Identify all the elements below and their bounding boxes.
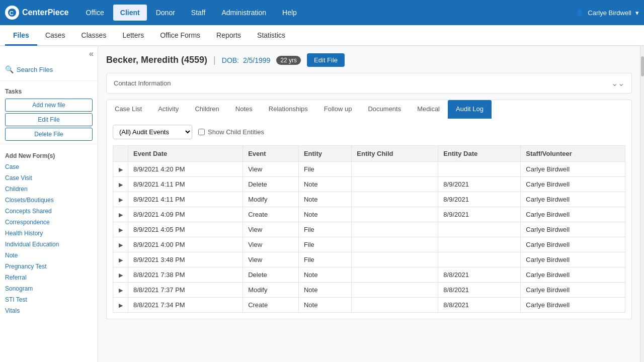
tab-activity[interactable]: Activity (150, 100, 187, 119)
cell-event: Delete (243, 267, 299, 283)
form-link-referral[interactable]: Referral (0, 272, 98, 283)
cell-event: Create (243, 207, 299, 222)
contact-info-label: Contact Information (114, 79, 171, 87)
age-badge: 22 yrs (276, 56, 301, 65)
cell-event: View (243, 162, 299, 177)
row-expand-arrow[interactable]: ▶ (113, 177, 128, 192)
edit-file-header-button[interactable]: Edit File (307, 53, 345, 67)
scrollbar-thumb[interactable] (641, 56, 644, 76)
cell-entity-child (352, 177, 438, 192)
subnav-office-forms[interactable]: Office Forms (152, 26, 208, 46)
form-link-children[interactable]: Children (0, 184, 98, 195)
form-link-note[interactable]: Note (0, 250, 98, 261)
subnav-cases[interactable]: Cases (37, 26, 73, 46)
form-link-concepts-shared[interactable]: Concepts Shared (0, 206, 98, 217)
add-new-file-button[interactable]: Add new file (5, 99, 93, 112)
row-expand-arrow[interactable]: ▶ (113, 283, 128, 298)
col-entity-child: Entity Child (352, 146, 438, 162)
tab-medical[interactable]: Medical (409, 100, 448, 119)
audit-section: (All) Audit EventsViewCreateModifyDelete… (106, 119, 632, 319)
nav-help[interactable]: Help (275, 5, 304, 21)
table-row: ▶ 8/9/2021 4:00 PM View File Carlye Bird… (113, 237, 625, 252)
cell-event-date: 8/8/2021 7:38 PM (128, 267, 243, 283)
subnav-letters[interactable]: Letters (114, 26, 152, 46)
table-header-row: Event Date Event Entity Entity Child Ent… (113, 146, 625, 162)
form-link-case[interactable]: Case (0, 161, 98, 172)
logo-text: CenterPiece (22, 8, 69, 17)
show-child-label: Show Child Entities (198, 128, 264, 136)
row-expand-arrow[interactable]: ▶ (113, 267, 128, 283)
row-expand-arrow[interactable]: ▶ (113, 252, 128, 267)
cell-staff: Carlye Birdwell (521, 283, 625, 298)
cell-entity-date: 8/9/2021 (438, 207, 521, 222)
nav-donor[interactable]: Donor (149, 5, 182, 21)
nav-administration[interactable]: Administration (214, 5, 273, 21)
row-expand-arrow[interactable]: ▶ (113, 162, 128, 177)
cell-entity-child (352, 298, 438, 313)
cell-entity-date: 8/8/2021 (438, 298, 521, 313)
nav-office[interactable]: Office (79, 5, 111, 21)
contact-info-toggle[interactable]: ⌄⌄ (611, 78, 624, 88)
cell-event-date: 8/9/2021 4:11 PM (128, 192, 243, 207)
tab-case-list[interactable]: Case List (107, 100, 150, 119)
form-link-health-history[interactable]: Health History (0, 228, 98, 239)
cell-event-date: 8/9/2021 4:09 PM (128, 207, 243, 222)
user-name: Carlye Birdwell (588, 9, 631, 17)
row-expand-arrow[interactable]: ▶ (113, 298, 128, 313)
subnav-classes[interactable]: Classes (73, 26, 115, 46)
edit-file-button[interactable]: Edit File (5, 113, 93, 126)
show-child-checkbox[interactable] (198, 129, 205, 135)
subnav-files[interactable]: Files (5, 26, 37, 46)
user-dropdown-icon[interactable]: ▾ (635, 9, 639, 17)
form-link-case-visit[interactable]: Case Visit (0, 172, 98, 184)
nav-client[interactable]: Client (113, 5, 147, 21)
tab-documents[interactable]: Documents (360, 100, 409, 119)
form-link-pregnancy-test[interactable]: Pregnancy Test (0, 261, 98, 272)
content-area: Becker, Meredith (4559) | DOB: 2/5/1999 … (98, 46, 640, 362)
audit-table: Event Date Event Entity Entity Child Ent… (113, 145, 625, 313)
cell-event: Create (243, 298, 299, 313)
add-forms-title: Add New Form(s) (0, 147, 98, 161)
search-files-link[interactable]: 🔍 Search Files (0, 61, 98, 77)
main-layout: « 🔍 Search Files Tasks Add new file Edit… (0, 46, 644, 362)
cell-event-date: 8/9/2021 4:00 PM (128, 237, 243, 252)
scrollbar-track[interactable] (640, 46, 644, 362)
row-expand-arrow[interactable]: ▶ (113, 222, 128, 237)
divider-1 (0, 80, 98, 81)
sidebar-collapse-button[interactable]: « (0, 46, 98, 61)
subnav-statistics[interactable]: Statistics (249, 26, 293, 46)
subnav-reports[interactable]: Reports (208, 26, 249, 46)
cell-event: Delete (243, 177, 299, 192)
svg-text:C: C (10, 10, 14, 16)
cell-entity-child (352, 267, 438, 283)
delete-file-button[interactable]: Delete File (5, 128, 93, 141)
tab-audit-log[interactable]: Audit Log (448, 100, 492, 119)
cell-entity: Note (298, 177, 351, 192)
audit-filter-select[interactable]: (All) Audit EventsViewCreateModifyDelete (113, 125, 192, 139)
form-link-sonogram[interactable]: Sonogram (0, 283, 98, 294)
row-expand-arrow[interactable]: ▶ (113, 237, 128, 252)
cell-event: View (243, 237, 299, 252)
audit-controls: (All) Audit EventsViewCreateModifyDelete… (113, 125, 625, 139)
app-logo[interactable]: C CenterPiece (5, 6, 69, 20)
table-row: ▶ 8/9/2021 4:11 PM Delete Note 8/9/2021 … (113, 177, 625, 192)
tab-relationships[interactable]: Relationships (261, 100, 316, 119)
user-icon: 👤 (576, 9, 584, 17)
form-link-individual-education[interactable]: Individual Education (0, 239, 98, 250)
form-link-closets-boutiques[interactable]: Closets/Boutiques (0, 195, 98, 206)
row-expand-arrow[interactable]: ▶ (113, 192, 128, 207)
separator: | (213, 55, 216, 65)
form-link-correspondence[interactable]: Correspondence (0, 217, 98, 228)
cell-event: View (243, 252, 299, 267)
row-expand-arrow[interactable]: ▶ (113, 207, 128, 222)
cell-staff: Carlye Birdwell (521, 237, 625, 252)
form-link-sti-test[interactable]: STI Test (0, 294, 98, 305)
sub-navigation: Files Cases Classes Letters Office Forms… (0, 25, 644, 46)
tab-notes[interactable]: Notes (227, 100, 261, 119)
form-link-vitals[interactable]: Vitals (0, 305, 98, 316)
nav-staff[interactable]: Staff (184, 5, 213, 21)
cell-entity-date: 8/9/2021 (438, 192, 521, 207)
tab-follow-up[interactable]: Follow up (316, 100, 360, 119)
table-row: ▶ 8/8/2021 7:38 PM Delete Note 8/8/2021 … (113, 267, 625, 283)
tab-children[interactable]: Children (187, 100, 227, 119)
